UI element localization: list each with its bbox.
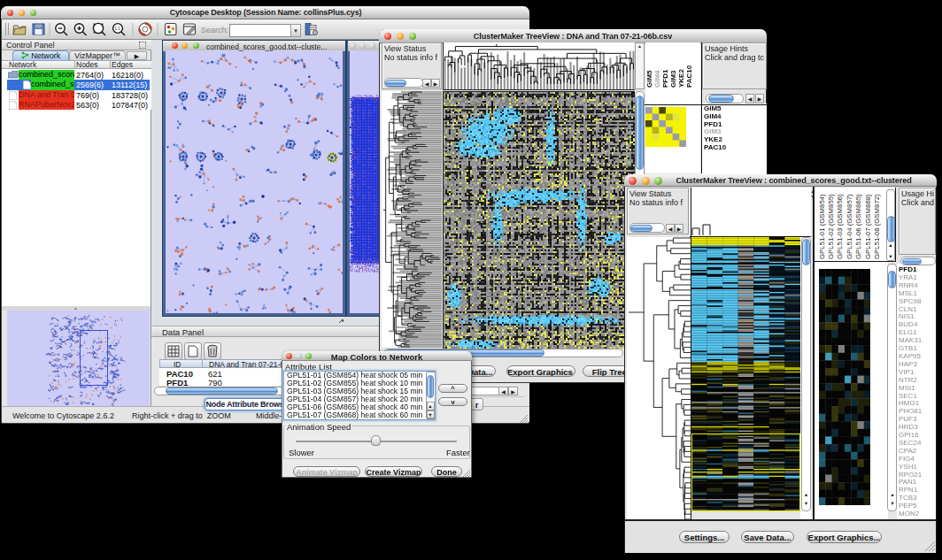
svg-text:1:1: 1:1	[115, 27, 121, 31]
